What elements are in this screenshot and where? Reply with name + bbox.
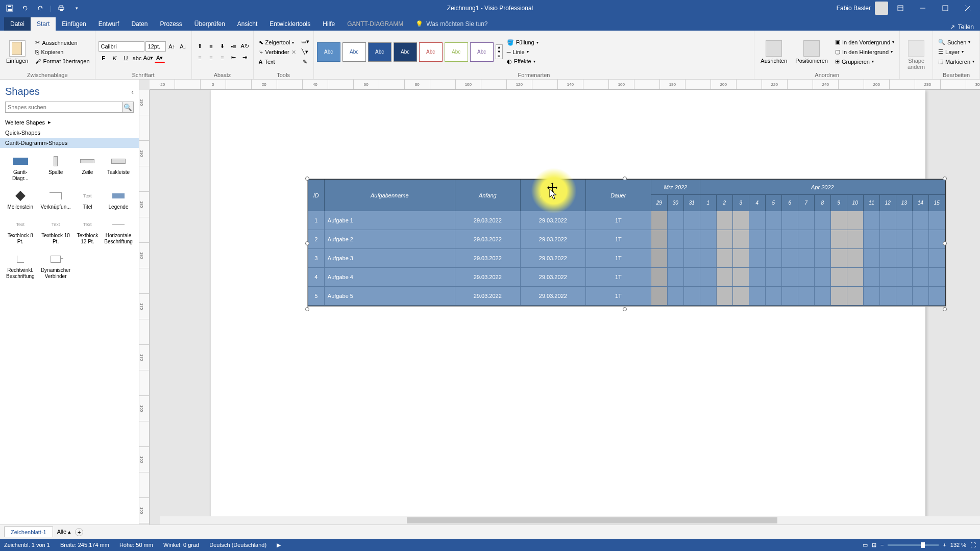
bold-button[interactable]: F [99,54,109,63]
layer-button[interactable]: ☰Layer▾ [936,47,976,56]
position-button[interactable]: Positionieren [792,38,831,66]
gantt-header-id[interactable]: ID [308,180,325,211]
zoom-out-button[interactable]: − [880,542,884,548]
gantt-cell-day[interactable] [929,211,945,230]
gantt-cell-day[interactable] [700,230,717,249]
gantt-header-start[interactable]: Anfang [455,180,521,211]
canvas[interactable]: ID Aufgabenname Anfang Abschluss Dauer M… [150,90,980,524]
zoom-slider[interactable] [888,544,939,546]
gantt-cell-day[interactable] [700,211,717,230]
gantt-cell-day[interactable] [896,249,913,268]
macro-record-icon[interactable]: ▶ [277,542,281,548]
tab-view[interactable]: Ansicht [231,17,263,31]
gantt-cell-day[interactable] [651,268,668,287]
gantt-cell-day[interactable] [798,287,815,306]
gantt-month-2[interactable]: Apr 2022 [700,180,945,195]
style-swatch-6[interactable]: Abc [445,42,468,62]
gantt-cell-day[interactable] [782,211,798,230]
gantt-cell-day[interactable] [864,287,880,306]
save-icon[interactable] [4,3,15,14]
style-swatch-7[interactable]: Abc [470,42,494,62]
shape-stencil-item[interactable]: Zeile [76,153,100,184]
gantt-cell-day[interactable] [782,230,798,249]
shape-stencil-item[interactable]: Taskleiste [103,153,134,184]
gantt-cell-name[interactable]: Aufgabe 2 [325,230,455,249]
gantt-cell-day[interactable] [880,249,896,268]
gantt-shapes-category[interactable]: Gantt-Diagramm-Shapes [0,138,139,148]
gantt-cell-day[interactable] [700,249,717,268]
gantt-cell-day[interactable] [815,268,831,287]
quick-shapes[interactable]: Quick-Shapes [0,128,139,138]
case-button[interactable]: Aa▾ [143,54,154,63]
gantt-cell-day[interactable] [896,268,913,287]
style-swatch-1[interactable]: Abc [317,42,340,62]
font-size-select[interactable] [145,41,166,52]
style-swatch-4[interactable]: Abc [394,42,417,62]
text-tool-button[interactable]: AText [257,58,298,66]
gantt-cell-day[interactable] [651,211,668,230]
tab-help[interactable]: Hilfe [316,17,341,31]
gantt-cell-day[interactable] [684,249,700,268]
gantt-cell-name[interactable]: Aufgabe 4 [325,268,455,287]
gantt-day-header[interactable]: 6 [782,195,798,211]
gantt-cell-day[interactable] [700,268,717,287]
gantt-day-header[interactable]: 29 [651,195,668,211]
gantt-row[interactable]: 5Aufgabe 529.03.202229.03.20221T [308,287,945,306]
gantt-cell-name[interactable]: Aufgabe 5 [325,287,455,306]
gantt-cell-day[interactable] [749,287,766,306]
fill-button[interactable]: 🪣Füllung▾ [505,38,541,47]
gantt-cell-start[interactable]: 29.03.2022 [455,230,521,249]
selection-handle[interactable] [943,241,947,245]
gantt-cell-day[interactable] [896,287,913,306]
gantt-cell-id[interactable]: 1 [308,211,325,230]
gantt-cell-day[interactable] [749,230,766,249]
drawing-page[interactable]: ID Aufgabenname Anfang Abschluss Dauer M… [211,90,925,523]
selection-handle[interactable] [943,307,947,311]
gantt-cell-day[interactable] [929,249,945,268]
format-painter-button[interactable]: 🖌Format übertragen [33,57,91,65]
gantt-cell-duration[interactable]: 1T [586,287,651,306]
gantt-day-header[interactable]: 3 [733,195,749,211]
gantt-cell-day[interactable] [782,268,798,287]
gantt-cell-day[interactable] [864,230,880,249]
gantt-cell-day[interactable] [749,249,766,268]
copy-button[interactable]: ⎘Kopieren [33,48,91,56]
gantt-month-1[interactable]: Mrz 2022 [651,180,700,195]
shape-stencil-item[interactable]: Gantt-Diagr... [5,153,36,184]
connector-tool-button[interactable]: ⤷Verbinder✕ [257,48,298,57]
gantt-day-header[interactable]: 5 [766,195,782,211]
gantt-day-header[interactable]: 1 [700,195,717,211]
orientation-icon[interactable]: A↻ [240,42,250,51]
gantt-cell-day[interactable] [831,211,847,230]
indent-inc-icon[interactable]: ⇥ [240,53,250,62]
italic-button[interactable]: K [110,54,120,63]
pointer-tool-button[interactable]: ⬉Zeigertool▾ [257,38,298,47]
gantt-cell-day[interactable] [929,268,945,287]
gantt-cell-duration[interactable]: 1T [586,249,651,268]
gantt-cell-day[interactable] [733,249,749,268]
redo-icon[interactable] [35,3,46,14]
gantt-cell-day[interactable] [651,249,668,268]
gantt-cell-day[interactable] [831,268,847,287]
gantt-cell-day[interactable] [717,287,733,306]
undo-icon[interactable] [19,3,31,14]
gantt-day-header[interactable]: 4 [749,195,766,211]
gantt-cell-day[interactable] [913,230,929,249]
gantt-cell-day[interactable] [847,211,864,230]
gantt-cell-day[interactable] [684,230,700,249]
gantt-cell-day[interactable] [913,268,929,287]
align-center-icon[interactable]: ≡ [206,53,216,62]
line-button[interactable]: ─Linie▾ [505,48,541,56]
gantt-cell-day[interactable] [913,211,929,230]
gantt-cell-id[interactable]: 4 [308,268,325,287]
gantt-cell-day[interactable] [733,211,749,230]
gantt-cell-id[interactable]: 5 [308,287,325,306]
gantt-cell-day[interactable] [831,249,847,268]
shape-stencil-item[interactable]: TextTextblock 12 Pt. [76,216,100,247]
gantt-cell-day[interactable] [733,230,749,249]
gantt-day-header[interactable]: 15 [929,195,945,211]
tab-dev[interactable]: Entwicklertools [263,17,316,31]
shape-stencil-item[interactable]: Rechtwinkl. Beschriftung [5,251,36,282]
selection-handle[interactable] [305,241,309,245]
minimize-button[interactable] [913,1,933,15]
